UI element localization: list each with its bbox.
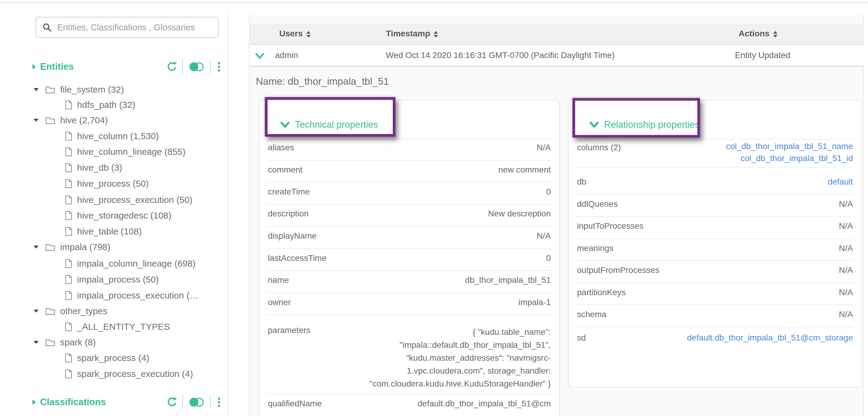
property-row: qualifiedName default.db_thor_impala_tbl… [268, 399, 551, 409]
classifications-section-header[interactable]: Classifications [32, 393, 106, 411]
entities-section-header[interactable]: Entities [32, 58, 74, 76]
expander-caret-icon[interactable] [34, 310, 38, 313]
annotation-box-technical [265, 97, 396, 137]
kebab-menu-icon[interactable] [216, 61, 222, 73]
property-row: meanings N/A [577, 243, 853, 253]
entities-section-title: Entities [40, 61, 74, 72]
property-row: createTime 0 [268, 187, 551, 197]
row-expand-chevron-icon[interactable] [255, 52, 264, 60]
entities-section-toolbar [166, 58, 222, 76]
top-divider [0, 2, 868, 3]
column-header-timestamp[interactable]: Timestamp [386, 29, 438, 38]
tree-item-hive-process-execution[interactable]: hive_process_execution (50) [64, 192, 193, 208]
property-row: owner impala-1 [268, 298, 551, 307]
filter-toggle-icon[interactable] [188, 396, 205, 408]
refresh-icon[interactable] [166, 396, 178, 408]
sidebar-divider [228, 13, 228, 416]
classifications-section-toolbar [166, 393, 222, 411]
tree-item-hive-db[interactable]: hive_db (3) [64, 160, 122, 176]
kebab-menu-icon[interactable] [216, 396, 222, 408]
file-icon [64, 259, 72, 269]
tree-item-hdfs-path[interactable]: hdfs_path (32) [64, 97, 135, 113]
db-link[interactable]: default [828, 177, 853, 187]
file-icon [64, 100, 72, 110]
folder-icon [45, 307, 55, 315]
property-row: comment new comment [268, 165, 551, 175]
file-icon [64, 275, 72, 284]
search-icon [42, 23, 52, 32]
audit-timestamp: Wed Oct 14 2020 16:16:31 GMT-0700 (Pacif… [386, 50, 615, 60]
audit-table-header: Users Timestamp Actions [249, 24, 864, 45]
file-icon [64, 195, 72, 205]
property-row: ddlQueries N/A [577, 199, 853, 209]
technical-properties-card: Technical properties aliases N/A comment… [259, 100, 560, 416]
property-row: description New descreption [268, 209, 551, 218]
tree-item-impala[interactable]: impala (798) [34, 239, 111, 255]
search-input[interactable] [57, 23, 212, 32]
file-icon [64, 353, 72, 363]
audit-action: Entity Updated [735, 50, 790, 60]
tree-item-other-types[interactable]: other_types [34, 303, 107, 319]
file-icon [64, 322, 72, 332]
file-icon [64, 147, 72, 157]
property-row-parameters: parameters { "kudu.table_name": "impala:… [268, 325, 551, 390]
property-row: aliases N/A [268, 143, 551, 152]
property-row: sd default.db_thor_impala_tbl_51@cm_stor… [577, 333, 853, 343]
expander-caret-icon[interactable] [34, 246, 38, 249]
section-caret-icon [32, 64, 36, 69]
sidebar-search[interactable] [35, 17, 218, 38]
file-icon [64, 163, 72, 173]
entity-name-label: Name: db_thor_impala_tbl_51 [256, 76, 389, 87]
column-link[interactable]: col_db_thor_impala_tbl_51_id [726, 152, 853, 165]
property-row: inputToProcesses N/A [577, 221, 853, 231]
file-icon [64, 369, 72, 379]
folder-icon [45, 85, 55, 94]
tree-item-hive-column[interactable]: hive_column (1,530) [64, 128, 159, 144]
tree-item-file-system[interactable]: file_system (32) [34, 82, 124, 97]
property-row: schema N/A [577, 310, 853, 319]
classifications-section-title: Classifications [40, 397, 106, 408]
file-icon [64, 211, 72, 220]
tree-item-hive-storagedesc[interactable]: hive_storagedesc (108) [64, 208, 172, 223]
section-caret-icon [32, 400, 36, 405]
expander-caret-icon[interactable] [34, 119, 38, 122]
column-link[interactable]: col_db_thor_impala_tbl_51_name [726, 140, 853, 152]
refresh-icon[interactable] [166, 61, 178, 72]
property-row: db default [577, 177, 853, 187]
annotation-box-relationship [572, 98, 700, 138]
expander-caret-icon[interactable] [34, 88, 38, 91]
property-row: displayName N/A [268, 231, 551, 241]
toolbar-divider [182, 395, 183, 409]
column-header-actions[interactable]: Actions [739, 29, 777, 38]
file-icon [64, 291, 72, 300]
tree-item-hive-column-lineage[interactable]: hive_column_lineage (855) [64, 144, 185, 160]
sd-link[interactable]: default.db_thor_impala_tbl_51@cm_storage [687, 333, 853, 343]
tree-item-spark-process-execution[interactable]: spark_process_execution (4) [64, 366, 193, 382]
audit-table-row: admin Wed Oct 14 2020 16:16:31 GMT-0700 … [249, 45, 864, 67]
tree-item-impala-column-lineage[interactable]: impala_column_lineage (698) [64, 256, 196, 271]
tree-item-impala-process-execution[interactable]: impala_process_execution (… [64, 288, 199, 303]
tree-item-all-entity-types[interactable]: _ALL_ENTITY_TYPES [64, 319, 170, 335]
tree-item-spark-process[interactable]: spark_process (4) [64, 350, 149, 366]
property-row: lastAccessTime 0 [268, 253, 551, 263]
toolbar-divider [182, 60, 183, 74]
file-icon [64, 179, 72, 188]
tree-item-hive-process[interactable]: hive_process (50) [64, 176, 149, 192]
sort-icon [773, 31, 777, 38]
toolbar-divider [210, 60, 211, 74]
column-header-users[interactable]: Users [279, 29, 311, 38]
tree-item-spark[interactable]: spark (8) [34, 335, 96, 350]
tree-item-hive-table[interactable]: hive_table (108) [64, 223, 142, 239]
property-row: outputFromProcesses N/A [577, 266, 853, 275]
filter-toggle-icon[interactable] [188, 61, 205, 72]
tree-item-impala-process[interactable]: impala_process (50) [64, 272, 159, 287]
file-icon [64, 131, 72, 141]
columns-links: col_db_thor_impala_tbl_51_name col_db_th… [726, 140, 853, 165]
sort-icon [434, 31, 438, 38]
expander-caret-icon[interactable] [34, 341, 38, 344]
folder-icon [45, 243, 55, 251]
folder-icon [45, 338, 55, 347]
atlas-entity-detail-page: Entities file_system (32) hdfs_path (32)… [0, 0, 868, 416]
tree-item-hive[interactable]: hive (2,704) [34, 112, 108, 128]
property-row: name db_thor_impala_tbl_51 [268, 275, 551, 285]
